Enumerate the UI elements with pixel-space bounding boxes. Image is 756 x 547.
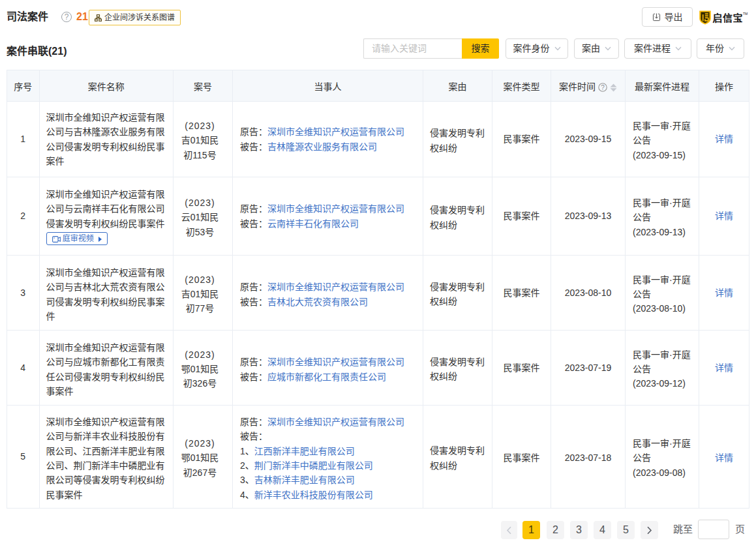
svg-text:TM: TM — [743, 12, 748, 16]
svg-text:?: ? — [601, 83, 605, 91]
svg-text:启信宝: 启信宝 — [713, 12, 744, 23]
